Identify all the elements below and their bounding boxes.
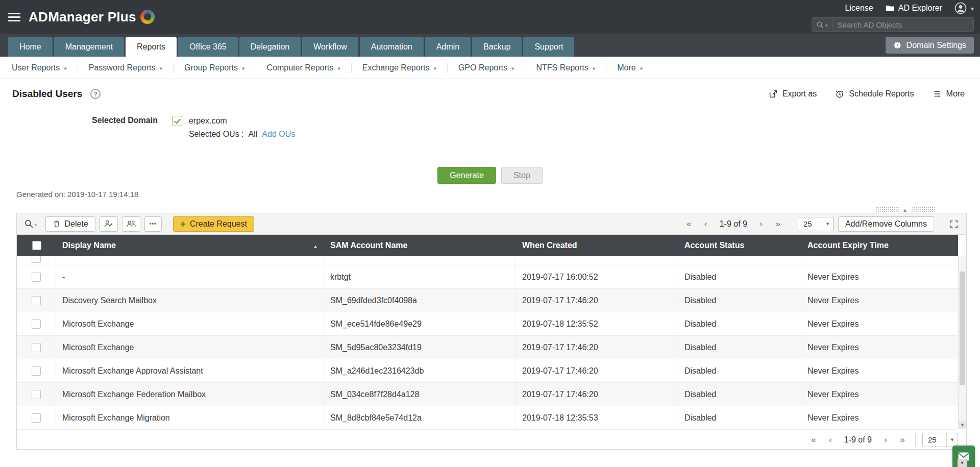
domain-checkbox[interactable] [172, 116, 182, 126]
row-checkbox[interactable] [32, 256, 41, 263]
table-row: Microsoft Exchange Migration SM_8d8cbf84… [17, 406, 958, 430]
pagination-next-button[interactable] [755, 217, 767, 231]
pagination-next-button[interactable] [879, 433, 892, 447]
chevron-down-icon [35, 219, 37, 229]
expand-grid-button[interactable] [948, 217, 960, 231]
column-header-account-expiry-time[interactable]: Account Expiry Time [801, 235, 958, 256]
gear-icon [893, 41, 902, 50]
panel-collapse-handle[interactable] [875, 205, 935, 214]
search-icon [24, 219, 34, 229]
row-checkbox[interactable] [32, 273, 41, 282]
page-size-select[interactable]: 25 [798, 217, 834, 231]
hamburger-menu-icon[interactable] [8, 11, 20, 23]
collapse-up-icon [902, 205, 908, 214]
more-actions-button[interactable]: More [933, 89, 965, 99]
help-icon[interactable] [90, 89, 101, 99]
row-checkbox[interactable] [32, 366, 41, 376]
column-header-sam-account-name[interactable]: SAM Account Name [324, 235, 516, 256]
tab-office-365[interactable]: Office 365 [178, 37, 238, 57]
tab-management[interactable]: Management [54, 37, 124, 57]
schedule-clock-icon [835, 89, 844, 99]
tab-delegation[interactable]: Delegation [239, 37, 301, 57]
ad-explorer-label: AD Explorer [898, 4, 942, 13]
subnav-group-reports[interactable]: Group Reports [174, 63, 256, 73]
page-size-select[interactable]: 25 [922, 433, 958, 447]
tab-admin[interactable]: Admin [425, 37, 471, 57]
ad-object-search [812, 17, 974, 32]
table-row: Microsoft Exchange Federation Mailbox SM… [17, 383, 958, 406]
column-header-when-created[interactable]: When Created [516, 235, 678, 256]
chevron-down-icon [593, 63, 596, 72]
pagination-first-button[interactable] [807, 433, 820, 447]
chevron-down-icon [640, 63, 643, 72]
column-header-account-status[interactable]: Account Status [678, 235, 801, 256]
cell-account-status: Disabled [678, 312, 801, 335]
divider [791, 218, 791, 230]
scrollbar-thumb[interactable] [960, 272, 965, 385]
cell-account-status: Disabled [678, 383, 801, 406]
tab-backup[interactable]: Backup [472, 37, 522, 57]
scrollbar-down-button[interactable] [959, 421, 966, 429]
add-remove-columns-button[interactable]: Add/Remove Columns [838, 216, 934, 232]
user-menu[interactable] [954, 2, 974, 14]
stop-button[interactable]: Stop [501, 167, 543, 184]
subnav-user-reports[interactable]: User Reports [1, 63, 78, 73]
subnav-more[interactable]: More [606, 63, 653, 73]
chevron-down-icon [242, 63, 245, 72]
chevron-down-icon [433, 63, 436, 72]
pagination-last-button[interactable] [896, 433, 909, 447]
row-checkbox[interactable] [32, 319, 41, 329]
row-checkbox[interactable] [32, 413, 41, 423]
page-scroll-down-button[interactable] [958, 459, 967, 467]
column-header-display-name[interactable]: Display Name [56, 235, 324, 256]
cell-account-status: Disabled [678, 406, 801, 429]
pagination-prev-button[interactable] [700, 217, 712, 231]
tab-reports[interactable]: Reports [126, 37, 177, 57]
pagination-prev-button[interactable] [824, 433, 837, 447]
license-label: License [845, 4, 873, 13]
chevron-down-icon [511, 63, 514, 72]
logo-swoosh-icon [140, 10, 155, 24]
schedule-reports-button[interactable]: Schedule Reports [835, 89, 914, 99]
subnav-password-reports[interactable]: Password Reports [78, 63, 174, 73]
export-as-button[interactable]: Export as [769, 89, 817, 99]
domain-settings-button[interactable]: Domain Settings [886, 37, 974, 54]
subnav-exchange-reports[interactable]: Exchange Reports [352, 63, 448, 73]
pagination-first-button[interactable] [683, 217, 695, 231]
tab-automation[interactable]: Automation [360, 37, 424, 57]
select-all-checkbox[interactable] [32, 241, 41, 250]
tab-home[interactable]: Home [8, 37, 53, 57]
delete-button[interactable]: Delete [45, 216, 95, 232]
pagination-last-button[interactable] [772, 217, 784, 231]
row-checkbox[interactable] [32, 296, 41, 305]
row-checkbox[interactable] [32, 390, 41, 399]
bottom-pagination: 1-9 of 9 25 [17, 430, 966, 449]
subnav-gpo-reports[interactable]: GPO Reports [448, 63, 526, 73]
grid-scrollbar[interactable] [958, 256, 966, 429]
search-scope-dropdown[interactable] [812, 18, 832, 31]
row-checkbox[interactable] [32, 343, 41, 352]
modify-user-button[interactable] [100, 216, 118, 232]
report-actions: Generate Stop [0, 167, 980, 184]
cell-sam-account-name: SM_5d95ac80e3234fd19 [324, 336, 516, 359]
column-search-button[interactable] [23, 219, 41, 229]
tab-workflow[interactable]: Workflow [302, 37, 358, 57]
subnav-ntfs-reports[interactable]: NTFS Reports [525, 63, 606, 73]
more-list-icon [933, 89, 942, 99]
tab-support[interactable]: Support [523, 37, 574, 57]
chevron-down-icon [822, 217, 833, 231]
group-action-button[interactable] [122, 216, 140, 232]
cell-account-status: Disabled [678, 359, 801, 382]
ad-explorer-link[interactable]: AD Explorer [886, 4, 942, 13]
cell-sam-account-name: krbtgt [324, 265, 516, 288]
cell-sam-account-name: SM_034ce8f7f28d4a128 [324, 383, 516, 406]
generate-button[interactable]: Generate [437, 167, 496, 184]
more-tools-button[interactable] [144, 216, 162, 232]
subnav-computer-reports[interactable]: Computer Reports [256, 63, 352, 73]
create-request-button[interactable]: + Create Request [173, 216, 254, 232]
search-input[interactable] [832, 20, 973, 29]
license-link[interactable]: License [845, 4, 873, 13]
cell-display-name: Microsoft Exchange Federation Mailbox [56, 383, 324, 406]
cell-display-name: Discovery Search Mailbox [56, 289, 324, 312]
add-ous-link[interactable]: Add OUs [262, 129, 295, 139]
